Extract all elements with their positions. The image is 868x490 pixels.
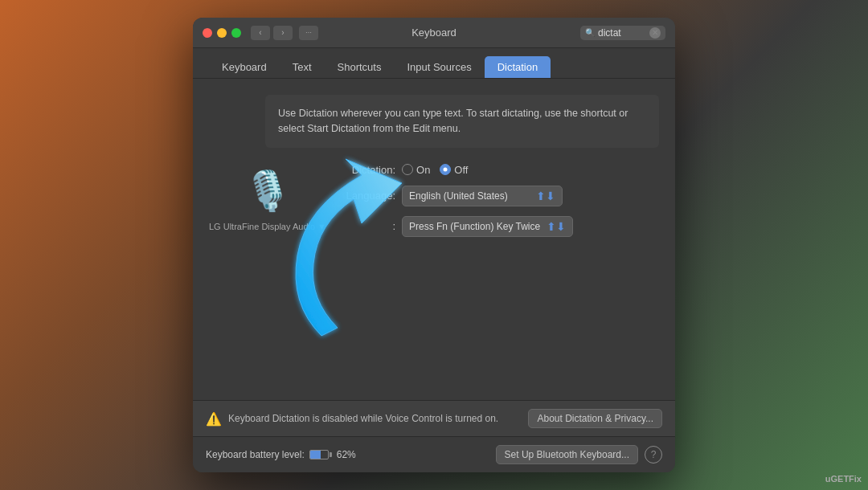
bottom-bar: Keyboard battery level: 62% Set Up Bluet… (193, 436, 675, 472)
minimize-button[interactable] (217, 28, 227, 38)
main-area: 🎙️ LG UltraFine Display Audio ▼ Dictatio… (209, 161, 659, 237)
radio-off[interactable]: Off (440, 164, 468, 176)
settings-area: Dictation: On Off Language: (339, 161, 659, 237)
dictation-toggle-row: Dictation: On Off (339, 164, 659, 176)
tab-dictation[interactable]: Dictation (485, 56, 551, 78)
keyboard-preferences-window: ‹ › ⋯ Keyboard 🔍 dictat ✕ Keyboard Text … (193, 18, 675, 472)
bottom-buttons: Set Up Bluetooth Keyboard... ? (496, 445, 662, 464)
window-title: Keyboard (411, 27, 457, 39)
search-icon: 🔍 (585, 28, 595, 37)
about-dictation-button[interactable]: About Dictation & Privacy... (528, 409, 662, 428)
titlebar: ‹ › ⋯ Keyboard 🔍 dictat ✕ (193, 18, 675, 48)
battery-section: Keyboard battery level: 62% (206, 449, 356, 460)
shortcut-row: : Press Fn (Function) Key Twice ⬆⬇ (339, 216, 659, 237)
battery-percent: 62% (337, 449, 356, 460)
close-button[interactable] (203, 28, 212, 38)
nav-buttons: ‹ › ⋯ (251, 26, 318, 40)
audio-source-selector[interactable]: LG UltraFine Display Audio ▼ (209, 222, 326, 231)
bluetooth-setup-button[interactable]: Set Up Bluetooth Keyboard... (496, 445, 638, 464)
battery-tip (330, 452, 332, 457)
grid-button[interactable]: ⋯ (299, 26, 318, 40)
back-button[interactable]: ‹ (251, 26, 270, 40)
language-row: Language: English (United States) ⬆⬇ (339, 186, 659, 206)
warning-left: ⚠️ Keyboard Dictation is disabled while … (206, 411, 498, 427)
warning-bar: ⚠️ Keyboard Dictation is disabled while … (193, 400, 675, 436)
search-input[interactable]: dictat (598, 27, 646, 39)
battery-label: Keyboard battery level: (206, 449, 305, 460)
battery-icon (309, 450, 332, 459)
tab-shortcuts[interactable]: Shortcuts (325, 56, 395, 78)
shortcut-dropdown-arrow-icon: ⬆⬇ (547, 220, 566, 233)
tab-bar: Keyboard Text Shortcuts Input Sources Di… (193, 48, 675, 79)
microphone-icon: 🎙️ (244, 169, 292, 214)
ugetfix-watermark: uGETFix (825, 474, 862, 484)
mic-section: 🎙️ LG UltraFine Display Audio ▼ (209, 161, 326, 237)
maximize-button[interactable] (231, 28, 241, 38)
warning-icon: ⚠️ (206, 411, 222, 427)
dictation-description: Use Dictation wherever you can type text… (265, 95, 659, 148)
content-area: Use Dictation wherever you can type text… (193, 79, 675, 400)
tab-keyboard[interactable]: Keyboard (209, 56, 280, 78)
battery-fill (310, 451, 321, 459)
tab-input-sources[interactable]: Input Sources (394, 56, 484, 78)
language-dropdown[interactable]: English (United States) ⬆⬇ (402, 186, 563, 206)
tab-text[interactable]: Text (280, 56, 325, 78)
forward-button[interactable]: › (273, 26, 293, 40)
traffic-lights (203, 28, 241, 38)
help-button[interactable]: ? (645, 446, 662, 463)
shortcut-field-label: : (339, 220, 395, 232)
dictation-field-label: Dictation: (339, 164, 395, 176)
dropdown-arrow-icon: ⬆⬇ (536, 190, 555, 202)
radio-off-circle[interactable] (440, 164, 451, 175)
radio-on[interactable]: On (402, 164, 430, 176)
shortcut-dropdown[interactable]: Press Fn (Function) Key Twice ⬆⬇ (402, 216, 573, 237)
dictation-radio-group: On Off (402, 164, 468, 176)
language-field-label: Language: (339, 190, 395, 202)
search-bar[interactable]: 🔍 dictat ✕ (580, 26, 665, 40)
radio-on-circle[interactable] (402, 164, 413, 175)
search-clear-button[interactable]: ✕ (649, 27, 661, 39)
battery-body (309, 450, 329, 459)
warning-text: Keyboard Dictation is disabled while Voi… (228, 413, 498, 424)
